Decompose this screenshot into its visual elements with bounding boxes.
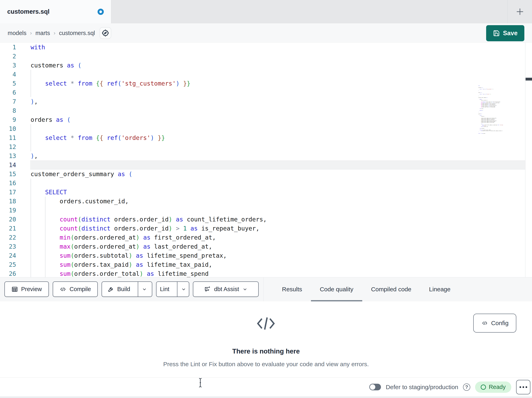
- compass-icon: [101, 29, 110, 37]
- breadcrumb-separator: ›: [30, 30, 32, 36]
- chevron-down-icon: [242, 287, 247, 292]
- ready-label: Ready: [489, 384, 506, 390]
- dbt-assist-button[interactable]: dbt Assist: [193, 281, 259, 297]
- preview-button[interactable]: Preview: [4, 281, 49, 297]
- minimap[interactable]: with customers as ( select * from {{ ref…: [478, 85, 525, 136]
- code-empty-state-icon: [257, 314, 275, 333]
- build-button[interactable]: Build: [103, 282, 135, 297]
- status-badge: Ready: [475, 381, 511, 393]
- lint-dropdown-button[interactable]: [177, 282, 190, 297]
- defer-toggle[interactable]: [369, 384, 381, 390]
- breadcrumb-separator: ›: [54, 30, 56, 36]
- save-label: Save: [503, 30, 518, 37]
- empty-state-subtitle: Press the Lint or Fix button above to ev…: [0, 361, 532, 368]
- breadcrumb-marts[interactable]: marts: [35, 30, 50, 36]
- tabbar-divider: [507, 0, 508, 23]
- preview-label: Preview: [21, 286, 42, 293]
- compile-button[interactable]: Compile: [53, 281, 98, 297]
- chevron-down-icon: [181, 287, 186, 292]
- defer-label: Defer to staging/production: [386, 384, 458, 391]
- breadcrumb: models › marts › customers.sql: [8, 23, 95, 43]
- table-icon: [12, 286, 18, 293]
- editor-tab-bar: customers.sql: [0, 0, 532, 23]
- code-icon: [60, 286, 66, 292]
- new-tab-button[interactable]: [512, 4, 528, 20]
- save-button[interactable]: Save: [486, 25, 524, 41]
- lint-button[interactable]: Lint: [155, 282, 174, 297]
- assist-chat-icon: [204, 286, 211, 293]
- config-label: Config: [491, 320, 509, 326]
- ready-circle-icon: [481, 385, 486, 390]
- ellipsis-icon: [519, 386, 521, 388]
- line-number-gutter: 1234567891011121314151617181920212223242…: [0, 43, 16, 277]
- scrollbar-marker[interactable]: [526, 78, 532, 80]
- tab-lineage[interactable]: Lineage: [420, 277, 459, 301]
- build-split-button: Build: [101, 281, 152, 297]
- plus-icon: [516, 7, 524, 16]
- toggle-knob: [370, 384, 375, 390]
- build-label: Build: [117, 286, 130, 293]
- tab-code-quality[interactable]: Code quality: [311, 277, 362, 301]
- panel-tabs: Results Code quality Compiled code Linea…: [273, 277, 459, 301]
- wrench-icon: [108, 286, 114, 293]
- code-editor[interactable]: 1234567891011121314151617181920212223242…: [0, 43, 532, 277]
- bottom-edge: [0, 396, 532, 398]
- overflow-menu-button[interactable]: [516, 380, 530, 394]
- lineage-compass-button[interactable]: [100, 27, 111, 39]
- config-button[interactable]: Config: [473, 314, 516, 333]
- tab-customers-sql[interactable]: customers.sql: [0, 0, 111, 23]
- code-content[interactable]: with customers as ( select * from {{ ref…: [31, 43, 525, 277]
- breadcrumb-models[interactable]: models: [8, 30, 26, 36]
- unsaved-changes-dot-icon: [98, 9, 104, 15]
- tab-results[interactable]: Results: [273, 277, 311, 301]
- lint-label: Lint: [160, 286, 169, 293]
- minimap-content: with customers as ( select * from {{ ref…: [478, 85, 524, 134]
- help-icon[interactable]: ?: [463, 384, 470, 391]
- tab-title: customers.sql: [7, 8, 50, 15]
- build-dropdown-button[interactable]: [138, 282, 151, 297]
- tab-compiled-code[interactable]: Compiled code: [362, 277, 420, 301]
- lint-split-button: Lint: [156, 281, 189, 297]
- breadcrumb-file: customers.sql: [59, 30, 95, 36]
- chevron-down-icon: [142, 287, 147, 292]
- empty-state-title: There is nothing here: [0, 347, 532, 355]
- code-icon: [481, 320, 488, 326]
- dbt-assist-label: dbt Assist: [214, 286, 239, 293]
- compile-label: Compile: [70, 286, 91, 293]
- save-floppy-icon: [493, 30, 500, 37]
